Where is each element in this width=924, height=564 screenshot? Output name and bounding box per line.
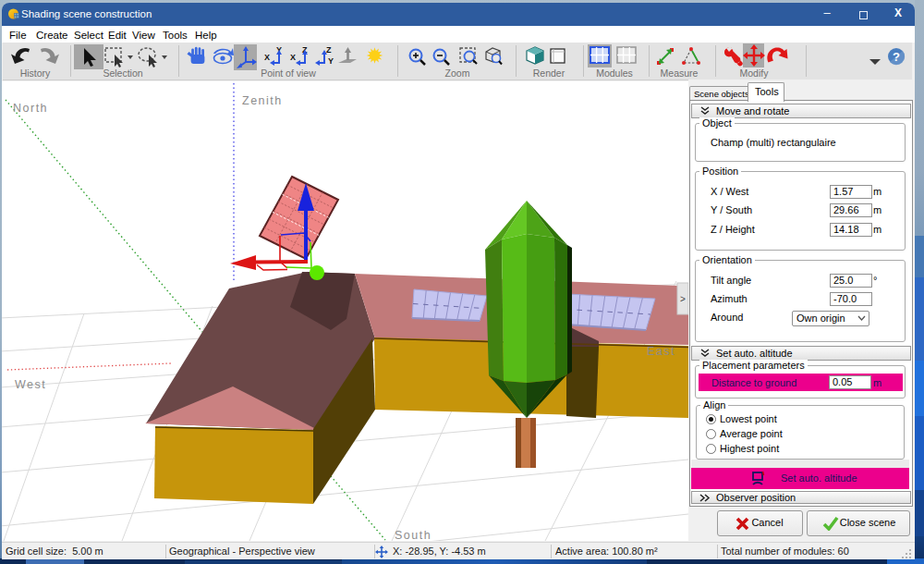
svg-text:>: > xyxy=(680,294,686,304)
svg-text:Measure: Measure xyxy=(661,67,699,79)
svg-text:Point of view: Point of view xyxy=(261,67,316,79)
svg-text:?: ? xyxy=(893,50,900,64)
svg-text:Modify: Modify xyxy=(740,67,770,79)
svg-text:Zoom: Zoom xyxy=(445,67,470,79)
svg-text:X: X xyxy=(290,53,296,62)
svg-text:Selection: Selection xyxy=(103,67,142,79)
svg-text:Z: Z xyxy=(326,45,332,55)
svg-text:North: North xyxy=(13,102,48,115)
svg-text:East: East xyxy=(647,345,675,358)
svg-text:West: West xyxy=(15,378,46,391)
svg-text:Zenith: Zenith xyxy=(242,94,283,107)
svg-text:History: History xyxy=(20,67,51,79)
svg-text:Render: Render xyxy=(533,67,565,79)
svg-text:South: South xyxy=(395,529,432,541)
svg-text:Y: Y xyxy=(328,56,334,66)
svg-text:Modules: Modules xyxy=(596,67,633,79)
svg-text:X: X xyxy=(264,53,270,62)
